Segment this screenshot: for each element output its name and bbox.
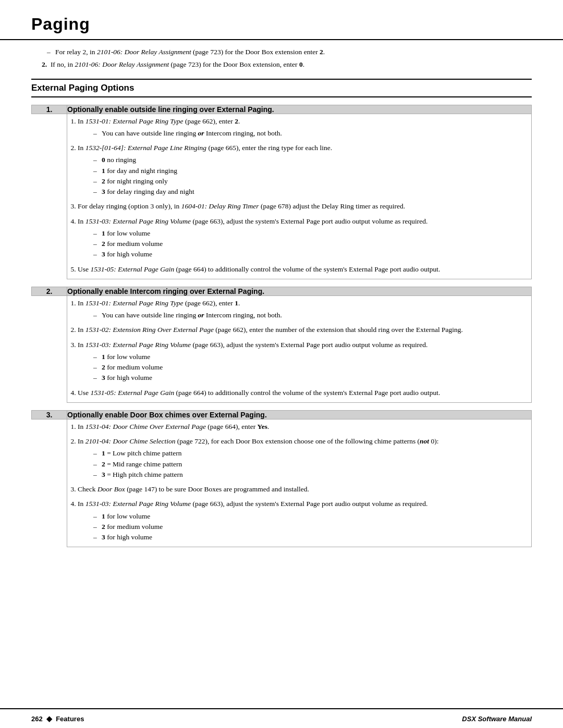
step-1-title: Optionally enable outside line ringing o… xyxy=(67,105,532,114)
step-3-title: Optionally enable Door Box chimes over E… xyxy=(67,410,532,419)
step-1-item-2-sub-1: 0 no ringing xyxy=(93,155,531,165)
step-3-header-row: 3. Optionally enable Door Box chimes ove… xyxy=(32,410,532,419)
step-1-item-1-sub-1: You can have outside line ringing or Int… xyxy=(93,128,531,139)
step-1-spacer xyxy=(32,114,67,279)
footer-left: 262 ◆ Features xyxy=(31,714,84,723)
step-2-item-3-subs: 1 for low volume 2 for medium volume 3 f… xyxy=(93,352,531,384)
step-3-item-1: In 1531-04: Door Chime Over External Pag… xyxy=(78,422,531,432)
step-2-item-4: Use 1531-05: External Page Gain (page 66… xyxy=(78,388,531,398)
step-3-item-4-sub-2: 2 for medium volume xyxy=(93,522,531,532)
intro-section: For relay 2, in 2101-06: Door Relay Assi… xyxy=(31,47,532,70)
step-1-num: 1. xyxy=(32,105,67,114)
step-2-item-3: In 1531-03: External Page Ring Volume (p… xyxy=(78,340,531,384)
step-1-item-2-sub-3: 2 for night ringing only xyxy=(93,176,531,187)
step-3-item-3: Check Door Box (page 147) to be sure Doo… xyxy=(78,484,531,495)
step-3-spacer xyxy=(32,419,67,547)
step-2-item-3-sub-3: 3 for high volume xyxy=(93,373,531,383)
step-1-list: In 1531-01: External Page Ring Type (pag… xyxy=(78,116,531,275)
step-1-item-4-sub-1: 1 for low volume xyxy=(93,228,531,239)
footer-diamond: ◆ xyxy=(46,714,52,723)
step-3-block: 3. Optionally enable Door Box chimes ove… xyxy=(31,410,532,548)
footer-right: DSX Software Manual xyxy=(462,715,532,723)
step-1-item-5: Use 1531-05: External Page Gain (page 66… xyxy=(78,264,531,275)
step-1-item-2: In 1532-[01-64]: External Page Line Ring… xyxy=(78,143,531,197)
step-2-item-3-sub-1: 1 for low volume xyxy=(93,352,531,362)
step-2-table: 2. Optionally enable Intercom ringing ov… xyxy=(31,287,532,403)
footer-features-label: Features xyxy=(56,715,84,723)
step-1-item-2-sub-2: 1 for day and night ringing xyxy=(93,166,531,176)
step-2-item-3-sub-2: 2 for medium volume xyxy=(93,362,531,373)
step-2-content-row: In 1531-01: External Page Ring Type (pag… xyxy=(32,295,532,402)
step-2-title: Optionally enable Intercom ringing over … xyxy=(67,287,532,295)
step-3-item-2: In 2101-04: Door Chime Selection (page 7… xyxy=(78,436,531,480)
step-2-item-1: In 1531-01: External Page Ring Type (pag… xyxy=(78,298,531,321)
step-3-list: In 1531-04: Door Chime Over External Pag… xyxy=(78,422,531,543)
step-1-item-2-sub-4: 3 for delay ringing day and night xyxy=(93,187,531,197)
step-2-list: In 1531-01: External Page Ring Type (pag… xyxy=(78,298,531,398)
step-1-header-row: 1. Optionally enable outside line ringin… xyxy=(32,105,532,114)
page-title: Paging xyxy=(31,15,532,34)
step-1-block: 1. Optionally enable outside line ringin… xyxy=(31,105,532,279)
step-3-content-row: In 1531-04: Door Chime Over External Pag… xyxy=(32,419,532,547)
step-1-table: 1. Optionally enable outside line ringin… xyxy=(31,105,532,279)
step-3-item-4: In 1531-03: External Page Ring Volume (p… xyxy=(78,499,531,542)
step-3-item-2-sub-3: 3 = High pitch chime pattern xyxy=(93,470,531,480)
step-1-content: In 1531-01: External Page Ring Type (pag… xyxy=(67,114,532,279)
step-3-item-4-subs: 1 for low volume 2 for medium volume 3 f… xyxy=(93,511,531,543)
step-1-item-1-subs: You can have outside line ringing or Int… xyxy=(93,128,531,139)
step-3-item-2-sub-2: 2 = Mid range chime pattern xyxy=(93,459,531,470)
step-1-item-4-sub-3: 3 for high volume xyxy=(93,249,531,260)
step-2-spacer xyxy=(32,295,67,402)
step-2-item-1-subs: You can have outside line ringing or Int… xyxy=(93,310,531,320)
page-content: For relay 2, in 2101-06: Door Relay Assi… xyxy=(0,40,563,586)
page: Paging For relay 2, in 2101-06: Door Rel… xyxy=(0,0,563,728)
step-1-item-4-sub-2: 2 for medium volume xyxy=(93,239,531,249)
step-3-table: 3. Optionally enable Door Box chimes ove… xyxy=(31,410,532,548)
intro-bullet-2: 2. If no, in 2101-06: Door Relay Assignm… xyxy=(42,59,532,70)
step-3-item-2-subs: 1 = Low pitch chime pattern 2 = Mid rang… xyxy=(93,448,531,480)
step-1-content-row: In 1531-01: External Page Ring Type (pag… xyxy=(32,114,532,279)
step-3-item-4-sub-1: 1 for low volume xyxy=(93,511,531,522)
step-1-item-4: In 1531-03: External Page Ring Volume (p… xyxy=(78,216,531,260)
step-2-item-2: In 1531-02: Extension Ring Over External… xyxy=(78,325,531,335)
intro-bullet-1: For relay 2, in 2101-06: Door Relay Assi… xyxy=(47,47,532,57)
page-footer: 262 ◆ Features DSX Software Manual xyxy=(0,708,563,728)
step-1-item-1: In 1531-01: External Page Ring Type (pag… xyxy=(78,116,531,139)
step-1-item-3: For delay ringing (option 3 only), in 16… xyxy=(78,201,531,212)
step-2-header-row: 2. Optionally enable Intercom ringing ov… xyxy=(32,287,532,295)
step-2-block: 2. Optionally enable Intercom ringing ov… xyxy=(31,287,532,403)
section-title: External Paging Options xyxy=(31,79,532,97)
step-3-num: 3. xyxy=(32,410,67,419)
step-3-content: In 1531-04: Door Chime Over External Pag… xyxy=(67,419,532,547)
step-1-item-2-subs: 0 no ringing 1 for day and night ringing… xyxy=(93,155,531,197)
page-header: Paging xyxy=(0,0,563,40)
step-2-num: 2. xyxy=(32,287,67,295)
step-2-item-1-sub-1: You can have outside line ringing or Int… xyxy=(93,310,531,320)
step-1-item-4-subs: 1 for low volume 2 for medium volume 3 f… xyxy=(93,228,531,260)
step-3-item-2-sub-1: 1 = Low pitch chime pattern xyxy=(93,448,531,459)
step-2-content: In 1531-01: External Page Ring Type (pag… xyxy=(67,295,532,402)
step-3-item-4-sub-3: 3 for high volume xyxy=(93,532,531,542)
footer-page-num: 262 xyxy=(31,715,43,723)
